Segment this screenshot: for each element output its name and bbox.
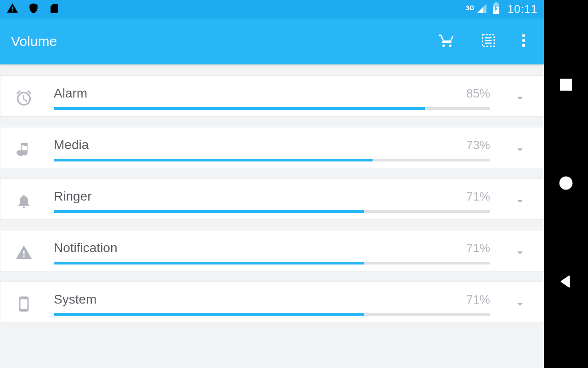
warning-triangle-icon: [12, 244, 35, 261]
system-nav-bar: [544, 0, 588, 368]
volume-card-system[interactable]: System 71%: [0, 282, 544, 323]
progress-track[interactable]: [54, 159, 490, 161]
volume-card-ringer[interactable]: Ringer 71%: [0, 178, 544, 220]
bell-icon: [12, 193, 35, 209]
signal-icon: [476, 3, 487, 16]
app-bar-actions: [439, 33, 533, 50]
card-body: Alarm 85%: [54, 86, 490, 110]
card-body: Media 73%: [54, 138, 490, 161]
status-bar: 3G 10:11: [0, 0, 544, 18]
home-button[interactable]: [557, 174, 575, 194]
svg-point-5: [522, 39, 526, 42]
phone-icon: [12, 296, 35, 312]
cart-icon[interactable]: [439, 33, 455, 50]
progress-fill: [54, 107, 425, 110]
channel-percent: 73%: [466, 138, 490, 152]
svg-point-6: [522, 44, 526, 47]
expand-button[interactable]: [509, 143, 531, 156]
volume-card-alarm[interactable]: Alarm 85%: [0, 75, 544, 117]
progress-fill: [54, 210, 364, 213]
status-left: [6, 2, 60, 16]
card-body: Notification 71%: [54, 241, 490, 264]
device-screen: 3G 10:11 Volume: [0, 0, 544, 368]
channel-label: Alarm: [54, 86, 87, 101]
status-right: 3G 10:11: [466, 2, 537, 16]
expand-button[interactable]: [509, 297, 531, 311]
channel-percent: 85%: [466, 86, 490, 101]
app-bar: Volume: [0, 18, 544, 64]
overflow-menu-icon[interactable]: [522, 33, 526, 50]
recents-button[interactable]: [558, 77, 574, 94]
progress-fill: [54, 262, 364, 264]
channel-percent: 71%: [466, 241, 490, 255]
progress-fill: [54, 313, 364, 316]
progress-track[interactable]: [54, 313, 490, 316]
channel-label: Media: [54, 138, 89, 152]
alarm-icon: [12, 89, 35, 107]
channel-label: Ringer: [54, 189, 91, 204]
back-button[interactable]: [558, 274, 574, 291]
warning-icon: [6, 2, 18, 16]
progress-track[interactable]: [54, 210, 490, 213]
app-title: Volume: [11, 34, 57, 49]
expand-button[interactable]: [509, 194, 531, 208]
volume-list: Alarm 85% Media 73%: [0, 64, 544, 368]
expand-button[interactable]: [509, 246, 531, 259]
network-type-label: 3G: [466, 4, 475, 12]
progress-fill: [54, 159, 373, 161]
channel-percent: 71%: [466, 293, 490, 307]
svg-rect-8: [561, 80, 571, 90]
volume-card-media[interactable]: Media 73%: [0, 127, 544, 168]
select-all-icon[interactable]: [481, 33, 496, 50]
svg-point-9: [560, 177, 571, 189]
sd-card-icon: [49, 3, 60, 16]
progress-track[interactable]: [54, 107, 490, 110]
music-icon: [12, 141, 35, 158]
battery-icon: [492, 2, 500, 16]
shield-alert-icon: [28, 2, 40, 16]
volume-card-notification[interactable]: Notification 71%: [0, 230, 544, 271]
expand-button[interactable]: [509, 91, 531, 105]
clock-label: 10:11: [508, 3, 537, 16]
card-body: Ringer 71%: [54, 189, 490, 213]
card-body: System 71%: [54, 292, 490, 316]
channel-label: System: [54, 292, 96, 307]
svg-point-4: [522, 34, 526, 37]
channel-label: Notification: [54, 241, 118, 255]
progress-track[interactable]: [54, 262, 490, 264]
channel-percent: 71%: [466, 190, 490, 204]
